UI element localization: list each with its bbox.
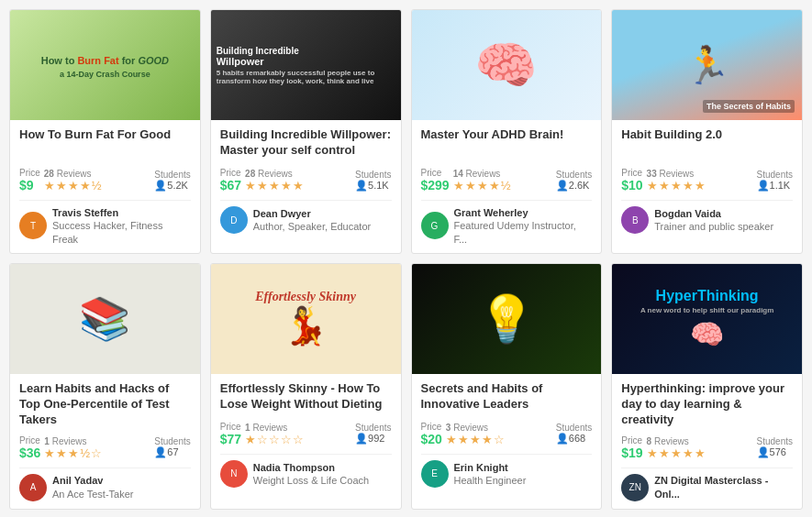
card-body-3: Master Your ADHD Brain! Price $299 14 Re…: [412, 120, 602, 253]
instructor-title-6: Weight Loss & Life Coach: [253, 474, 369, 487]
price-block-1: Price $9: [19, 168, 40, 192]
price-label-2: Price: [220, 168, 241, 178]
card-title-3: Master Your ADHD Brain!: [421, 127, 593, 160]
reviews-block-7: 3 Reviews ★★★★☆: [442, 422, 556, 446]
stats-row-5: Price $36 1 Reviews ★★★½☆ Students 👤67: [19, 435, 191, 460]
instructor-avatar-2: D: [220, 206, 248, 234]
price-block-2: Price $67: [220, 168, 241, 192]
stats-row-7: Price $20 3 Reviews ★★★★☆ Students 👤668: [421, 422, 593, 446]
instructor-info-2: Dean Dwyer Author, Speaker, Educator: [253, 207, 371, 234]
students-block-4: Students 👤1.1K: [757, 170, 793, 192]
avatar-letter-2: D: [230, 215, 237, 226]
card-title-7: Secrets and Habits of Innovative Leaders: [421, 381, 593, 414]
stats-row-8: Price $19 8 Reviews ★★★★★ Students 👤576: [621, 435, 793, 460]
students-label-3: Students: [556, 170, 592, 180]
reviews-label-1: 28 Reviews: [44, 169, 92, 179]
instructor-name-6: Nadia Thompson: [253, 461, 369, 474]
stats-row-6: Price $77 1 Reviews ★☆☆☆☆ Students 👤992: [220, 422, 392, 446]
instructor-row-5: A Anil Yadav An Ace Test-Taker: [19, 468, 191, 501]
card-thumbnail-4: The Secrets of Habits 🏃: [612, 10, 802, 120]
reviews-label-5: 1 Reviews: [44, 436, 86, 446]
stats-row-2: Price $67 28 Reviews ★★★★★ Students 👤5.1…: [220, 168, 392, 192]
course-card-1[interactable]: How to Burn Fat for GOOD a 14-Day Crash …: [9, 9, 201, 254]
star-rating-2: ★★★★★: [245, 179, 351, 192]
students-block-8: Students 👤576: [757, 436, 793, 458]
price-val-2: $67: [220, 178, 241, 192]
price-val-3: $299: [421, 178, 450, 192]
students-label-6: Students: [355, 423, 391, 433]
instructor-info-8: ZN Digital Masterclass - Onl...: [654, 474, 793, 500]
reviews-label-6: 1 Reviews: [245, 423, 287, 433]
students-label-1: Students: [154, 170, 190, 180]
instructor-row-3: G Grant Weherley Featured Udemy Instruct…: [421, 200, 593, 246]
card-body-1: How To Burn Fat For Good Price $9 28 Rev…: [10, 120, 200, 253]
students-label-5: Students: [154, 436, 190, 446]
star-rating-3: ★★★★½: [453, 179, 552, 192]
price-val-6: $77: [220, 432, 241, 446]
course-card-4[interactable]: The Secrets of Habits 🏃 Habit Building 2…: [611, 9, 803, 254]
avatar-letter-5: A: [30, 482, 37, 492]
price-block-6: Price $77: [220, 422, 241, 446]
card-thumbnail-5: 📚: [10, 264, 200, 374]
instructor-name-1: Travis Steffen: [52, 206, 191, 219]
avatar-letter-8: ZN: [629, 482, 641, 492]
card-body-2: Building Incredible Willpower: Master yo…: [211, 120, 401, 241]
card-body-8: Hyperthinking: improve your day to day l…: [612, 374, 802, 509]
price-block-8: Price $19: [621, 435, 642, 460]
instructor-title-4: Trainer and public speaker: [654, 220, 773, 233]
students-block-5: Students 👤67: [154, 436, 190, 458]
reviews-label-3: 14 Reviews: [453, 169, 501, 179]
star-rating-4: ★★★★★: [647, 179, 753, 192]
instructor-row-1: T Travis Steffen Success Hacker, Fitness…: [19, 200, 191, 246]
instructor-title-5: An Ace Test-Taker: [52, 488, 133, 500]
course-card-2[interactable]: Building Incredible Willpower 5 habits r…: [210, 9, 402, 254]
price-val-1: $9: [19, 178, 40, 192]
star-rating-7: ★★★★☆: [446, 433, 552, 446]
course-card-8[interactable]: HyperThinking A new word to help shift o…: [611, 263, 803, 510]
star-rating-1: ★★★★½: [44, 179, 150, 192]
reviews-block-5: 1 Reviews ★★★½☆: [40, 435, 154, 460]
instructor-info-1: Travis Steffen Success Hacker, Fitness F…: [52, 206, 191, 246]
price-block-7: Price $20: [421, 422, 442, 446]
instructor-title-3: Featured Udemy Instructor, F...: [454, 219, 593, 246]
reviews-block-4: 33 Reviews ★★★★★: [643, 168, 757, 192]
instructor-info-5: Anil Yadav An Ace Test-Taker: [52, 474, 133, 500]
instructor-avatar-1: T: [19, 212, 47, 239]
star-rating-6: ★☆☆☆☆: [245, 433, 351, 446]
instructor-name-5: Anil Yadav: [52, 474, 133, 487]
stats-row-4: Price $10 33 Reviews ★★★★★ Students 👤1.1…: [621, 168, 793, 192]
reviews-block-2: 28 Reviews ★★★★★: [241, 168, 355, 192]
course-card-5[interactable]: 📚 Learn Habits and Hacks of Top One-Perc…: [9, 263, 201, 510]
instructor-name-7: Erin Knight: [454, 461, 527, 474]
instructor-row-7: E Erin Knight Health Engineer: [421, 454, 593, 488]
course-card-6[interactable]: Effortlessly Skinny 💃 Effortlessly Skinn…: [210, 263, 402, 510]
price-label-6: Price: [220, 422, 241, 432]
stats-row-1: Price $9 28 Reviews ★★★★½ Students 👤5.2K: [19, 168, 191, 192]
instructor-info-7: Erin Knight Health Engineer: [454, 461, 527, 488]
instructor-row-2: D Dean Dwyer Author, Speaker, Educator: [220, 200, 392, 234]
students-block-6: Students 👤992: [355, 423, 391, 445]
instructor-name-8: ZN Digital Masterclass - Onl...: [654, 474, 793, 500]
students-count-6: 👤992: [355, 433, 391, 445]
instructor-avatar-7: E: [421, 460, 449, 488]
price-block-3: Price $299: [421, 168, 450, 192]
reviews-label-8: 8 Reviews: [647, 436, 689, 446]
instructor-name-4: Bogdan Vaida: [654, 207, 773, 220]
card-body-5: Learn Habits and Hacks of Top One-Percen…: [10, 374, 200, 509]
instructor-title-1: Success Hacker, Fitness Freak: [52, 219, 191, 246]
card-body-4: Habit Building 2.0 Price $10 33 Reviews …: [612, 120, 802, 241]
instructor-info-6: Nadia Thompson Weight Loss & Life Coach: [253, 461, 369, 488]
avatar-letter-6: N: [230, 468, 237, 478]
price-val-7: $20: [421, 432, 442, 446]
card-thumbnail-1: How to Burn Fat for GOOD a 14-Day Crash …: [10, 10, 200, 120]
students-block-2: Students 👤5.1K: [355, 170, 391, 192]
card-title-2: Building Incredible Willpower: Master yo…: [220, 127, 392, 160]
card-body-6: Effortlessly Skinny - How To Lose Weight…: [211, 374, 401, 495]
course-card-3[interactable]: 🧠 Master Your ADHD Brain! Price $299 14 …: [411, 9, 603, 254]
star-rating-8: ★★★★★: [647, 446, 753, 460]
course-card-7[interactable]: 💡 Secrets and Habits of Innovative Leade…: [411, 263, 603, 510]
price-block-4: Price $10: [621, 168, 642, 192]
card-title-4: Habit Building 2.0: [621, 127, 793, 160]
card-thumbnail-7: 💡: [412, 264, 602, 374]
star-rating-5: ★★★½☆: [44, 446, 150, 460]
